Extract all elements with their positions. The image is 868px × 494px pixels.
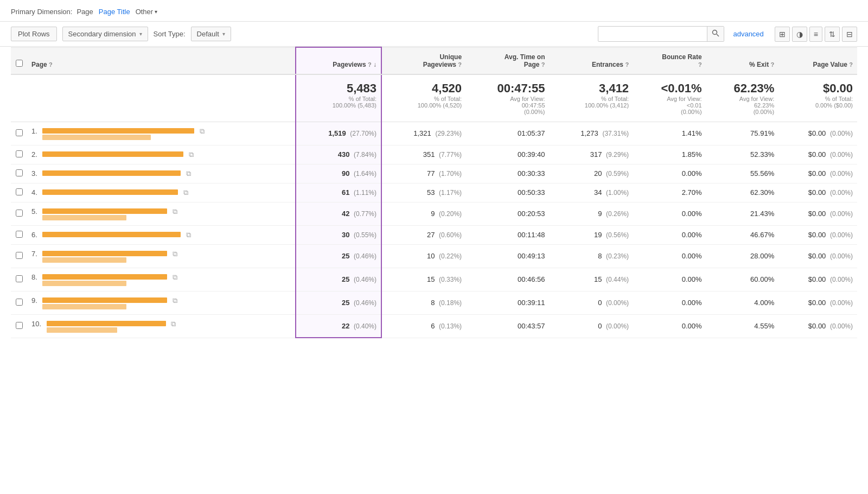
- page-value-help-icon[interactable]: ?: [849, 61, 853, 68]
- svg-line-1: [717, 34, 719, 36]
- copy-icon-10[interactable]: ⧉: [171, 320, 176, 328]
- pageviews-sort-icon[interactable]: ↓: [373, 61, 376, 68]
- copy-icon-9[interactable]: ⧉: [173, 296, 177, 305]
- row-unique-pv-7: 10 (0.22%): [381, 244, 466, 268]
- page-value-pct-7: (0.00%): [830, 252, 853, 260]
- row-pct-exit-10: 4.55%: [706, 314, 779, 338]
- select-all-checkbox[interactable]: [16, 60, 23, 67]
- copy-icon-3[interactable]: ⧉: [186, 169, 191, 178]
- summary-pct-exit: 62.23% Avg for View:62.23%(0.00%): [706, 74, 779, 122]
- col-header-unique-pageviews[interactable]: UniquePageviews ?: [381, 47, 466, 74]
- row-num-1: 1.: [31, 127, 37, 135]
- entrances-pct-2: (9.29%): [606, 151, 629, 159]
- view-icon-pie[interactable]: ◑: [792, 27, 807, 42]
- row-checkbox-7[interactable]: [16, 252, 23, 259]
- row-pageviews-7: 25 (0.46%): [296, 244, 381, 268]
- plot-rows-button[interactable]: Plot Rows: [11, 27, 57, 41]
- row-entrances-1: 1,273 (37.31%): [550, 122, 634, 145]
- sort-type-dropdown[interactable]: Default ▾: [191, 27, 231, 41]
- row-checkbox-3[interactable]: [16, 169, 23, 176]
- pageviews-help-icon[interactable]: ?: [368, 61, 372, 68]
- entrances-pct-1: (37.31%): [602, 130, 629, 137]
- unique-pv-pct-1: (29.23%): [435, 130, 462, 137]
- advanced-link[interactable]: advanced: [733, 30, 763, 38]
- col-header-page[interactable]: Page ?: [27, 47, 296, 74]
- view-icon-grid[interactable]: ⊞: [775, 27, 790, 42]
- unique-pv-help-icon[interactable]: ?: [458, 61, 462, 68]
- bar-container-1: [42, 128, 194, 140]
- pageviews-pct-2: (7.84%): [354, 151, 376, 159]
- row-checkbox-4[interactable]: [16, 188, 23, 195]
- unique-pv-pct-9: (0.18%): [439, 299, 462, 307]
- row-avg-time-3: 00:30:33: [466, 164, 549, 183]
- row-pageviews-1: 1,519 (27.70%): [296, 122, 381, 145]
- row-checkbox-5[interactable]: [16, 210, 23, 217]
- pageviews-pct-10: (0.40%): [354, 322, 376, 330]
- row-checkbox-10[interactable]: [16, 322, 23, 329]
- summary-entrances: 3,412 % of Total:100.00% (3,412): [550, 74, 634, 122]
- page-value-pct-10: (0.00%): [830, 322, 853, 330]
- copy-icon-4[interactable]: ⧉: [183, 188, 188, 197]
- dim-btn-page[interactable]: Page: [76, 8, 93, 16]
- row-page-cell-10: 10. ⧉: [27, 314, 296, 338]
- dim-btn-page-title[interactable]: Page Title: [99, 8, 130, 16]
- row-checkbox-cell-5: [11, 202, 27, 225]
- copy-icon-7[interactable]: ⧉: [173, 250, 177, 258]
- col-header-bounce-rate[interactable]: Bounce Rate ?: [633, 47, 706, 74]
- row-checkbox-8[interactable]: [16, 275, 23, 282]
- unique-pv-pct-3: (1.70%): [439, 170, 462, 178]
- row-avg-time-10: 00:43:57: [466, 314, 549, 338]
- row-num-5: 5.: [31, 207, 37, 216]
- row-unique-pv-10: 6 (0.13%): [381, 314, 466, 338]
- copy-icon-1[interactable]: ⧉: [200, 127, 205, 135]
- other-caret-icon: ▾: [155, 9, 157, 15]
- row-num-4: 4.: [31, 188, 37, 197]
- copy-icon-5[interactable]: ⧉: [173, 207, 177, 216]
- row-checkbox-1[interactable]: [16, 129, 23, 136]
- row-checkbox-cell-1: [11, 122, 27, 145]
- pageviews-pct-4: (1.11%): [354, 189, 376, 197]
- search-input[interactable]: [598, 27, 707, 41]
- row-avg-time-9: 00:39:11: [466, 291, 549, 314]
- row-entrances-2: 317 (9.29%): [550, 145, 634, 164]
- col-header-pageviews[interactable]: Pageviews ? ↓: [296, 47, 381, 74]
- bounce-help-icon[interactable]: ?: [698, 61, 702, 68]
- page-help-icon[interactable]: ?: [49, 61, 53, 68]
- row-entrances-6: 19 (0.56%): [550, 225, 634, 244]
- secondary-dimension-dropdown[interactable]: Secondary dimension ▾: [62, 27, 148, 41]
- copy-icon-6[interactable]: ⧉: [186, 231, 191, 239]
- view-icon-compare[interactable]: ⇅: [825, 27, 840, 42]
- bar-container-5: [42, 208, 167, 220]
- pct-exit-help-icon[interactable]: ?: [770, 61, 774, 68]
- search-button[interactable]: [707, 27, 724, 41]
- row-checkbox-cell-2: [11, 145, 27, 164]
- bar-container-10: [47, 321, 166, 333]
- pageviews-pct-1: (27.70%): [350, 130, 376, 137]
- avg-time-help-icon[interactable]: ?: [541, 61, 545, 68]
- copy-icon-8[interactable]: ⧉: [173, 273, 177, 281]
- view-icon-list[interactable]: ≡: [809, 27, 822, 42]
- row-checkbox-9[interactable]: [16, 299, 23, 306]
- row-page-value-6: $0.00 (0.00%): [778, 225, 857, 244]
- entrances-help-icon[interactable]: ?: [625, 61, 629, 68]
- col-header-pct-exit[interactable]: % Exit ?: [706, 47, 779, 74]
- bar-container-6: [42, 232, 181, 237]
- row-checkbox-2[interactable]: [16, 150, 23, 157]
- row-checkbox-6[interactable]: [16, 231, 23, 238]
- row-pct-exit-6: 46.67%: [706, 225, 779, 244]
- bar-top-10: [47, 321, 166, 326]
- dim-btn-other[interactable]: Other ▾: [136, 8, 158, 16]
- pageviews-pct-9: (0.46%): [354, 299, 376, 307]
- entrances-pct-6: (0.56%): [606, 231, 629, 239]
- col-header-entrances[interactable]: Entrances ?: [550, 47, 634, 74]
- col-header-avg-time[interactable]: Avg. Time onPage ?: [466, 47, 549, 74]
- bar-bottom-10: [47, 327, 117, 333]
- page-value-pct-2: (0.00%): [830, 151, 853, 159]
- page-value-pct-4: (0.00%): [830, 189, 853, 197]
- col-header-page-value[interactable]: Page Value ?: [778, 47, 857, 74]
- view-icon-pivot[interactable]: ⊟: [842, 27, 857, 42]
- row-entrances-7: 8 (0.23%): [550, 244, 634, 268]
- row-bounce-rate-7: 0.00%: [633, 244, 706, 268]
- row-page-value-2: $0.00 (0.00%): [778, 145, 857, 164]
- copy-icon-2[interactable]: ⧉: [189, 150, 194, 159]
